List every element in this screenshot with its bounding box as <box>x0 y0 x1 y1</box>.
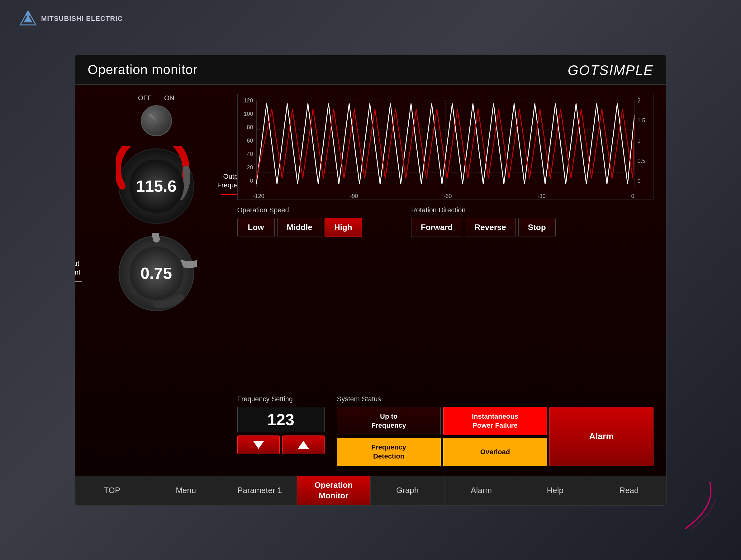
left-panel: OFF ON <box>82 91 231 469</box>
output-frequency-value: 115.6 <box>136 177 176 195</box>
mitsubishi-logo-icon <box>19 9 38 28</box>
frequency-up-button[interactable] <box>282 435 325 454</box>
nav-parameter1[interactable]: Parameter 1 <box>223 476 297 505</box>
bottom-controls: Frequency Setting 123 System Status <box>238 395 654 466</box>
rotation-forward-button[interactable]: Forward <box>411 218 463 237</box>
rotation-stop-button[interactable]: Stop <box>518 218 556 237</box>
panel-title: Operation monitor <box>88 62 198 77</box>
frequency-value-display: 123 <box>238 407 325 432</box>
system-status-label: System Status <box>337 395 654 403</box>
controls-area: Operation Speed Low Middle High Rotation… <box>238 206 654 389</box>
right-panel: 120100806040200 21.510.50 -120-90-60-300… <box>231 91 660 469</box>
speed-button-row: Low Middle High <box>238 218 399 237</box>
nav-top[interactable]: TOP <box>75 476 149 505</box>
nav-bar: TOP Menu Parameter 1 OperationMonitor Gr… <box>75 476 666 505</box>
logo-text: MITSUBISHI ELECTRIC <box>41 15 123 23</box>
system-status-grid: Up toFrequency InstantaneousPower Failur… <box>337 407 654 466</box>
nav-operation-monitor[interactable]: OperationMonitor <box>297 476 370 505</box>
status-frequency-detection-button[interactable]: FrequencyDetection <box>337 438 441 466</box>
panel-content: OFF ON <box>75 85 666 476</box>
rotation-reverse-button[interactable]: Reverse <box>465 218 516 237</box>
toggle-switch[interactable] <box>141 105 172 136</box>
speed-low-button[interactable]: Low <box>238 218 275 237</box>
waveform-chart <box>256 100 634 187</box>
status-up-to-frequency-button[interactable]: Up toFrequency <box>337 407 441 435</box>
frequency-setting-section: Frequency Setting 123 <box>238 395 325 466</box>
nav-help[interactable]: Help <box>518 476 592 505</box>
system-status-section: System Status Up toFrequency Instantaneo… <box>337 395 654 466</box>
logo-area: MITSUBISHI ELECTRIC <box>19 9 123 28</box>
monitor-panel: Operation monitor GOTSIMPLE OFF ON <box>75 55 667 506</box>
output-current-section: OutputCurrent <box>97 230 215 317</box>
switch-on-label: ON <box>164 94 175 102</box>
svg-marker-28 <box>298 441 309 449</box>
rotation-button-row: Forward Reverse Stop <box>411 218 654 237</box>
rotation-section: Rotation Direction Forward Reverse Stop <box>411 206 654 389</box>
frequency-setting-label: Frequency Setting <box>238 395 325 403</box>
switch-labels: OFF ON <box>138 94 175 102</box>
svg-marker-27 <box>253 441 264 449</box>
output-current-gauge: 0.75 <box>116 233 197 314</box>
status-overload-button[interactable]: Overload <box>443 438 547 466</box>
speed-middle-button[interactable]: Middle <box>277 218 322 237</box>
nav-read[interactable]: Read <box>592 476 666 505</box>
output-frequency-section: 115.6 Output Frequency <box>97 143 215 230</box>
speed-section-label: Operation Speed <box>238 206 399 214</box>
nav-graph[interactable]: Graph <box>370 476 445 505</box>
switch-area: OFF ON <box>138 94 175 136</box>
x-axis-labels: -120-90-60-300 <box>253 193 634 199</box>
chart-area: 120100806040200 21.510.50 -120-90-60-300 <box>238 94 654 200</box>
y-axis-right: 21.510.50 <box>637 97 653 184</box>
nav-alarm[interactable]: Alarm <box>445 476 518 505</box>
output-current-label: OutputCurrent <box>75 259 82 287</box>
frequency-down-button[interactable] <box>238 435 280 454</box>
speed-high-button[interactable]: High <box>325 218 362 237</box>
switch-off-label: OFF <box>138 94 152 102</box>
rotation-section-label: Rotation Direction <box>411 206 654 214</box>
brand-sub: SIMPLE <box>599 63 653 78</box>
y-axis-left: 120100806040200 <box>238 97 253 184</box>
output-current-value: 0.75 <box>140 264 172 283</box>
status-instantaneous-power-failure-button[interactable]: InstantaneousPower Failure <box>443 407 547 435</box>
nav-menu[interactable]: Menu <box>149 476 223 505</box>
frequency-buttons <box>238 435 325 454</box>
brand-logo: GOTSIMPLE <box>568 61 654 79</box>
toggle-knob-icon <box>149 113 163 128</box>
panel-header: Operation monitor GOTSIMPLE <box>75 55 666 85</box>
output-frequency-gauge: 115.6 <box>116 146 197 227</box>
speed-section: Operation Speed Low Middle High <box>238 206 399 389</box>
status-alarm-button[interactable]: Alarm <box>549 407 653 466</box>
